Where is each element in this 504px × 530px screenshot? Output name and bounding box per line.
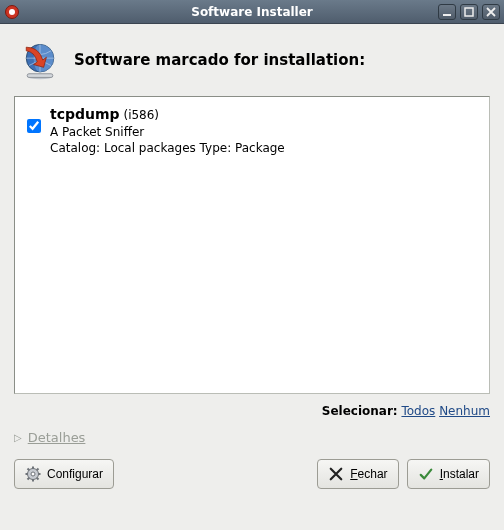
select-row: Selecionar: Todos Nenhum xyxy=(14,404,490,418)
svg-line-13 xyxy=(28,469,30,471)
close-icon xyxy=(328,466,344,482)
svg-line-16 xyxy=(28,478,30,480)
package-title-line: tcpdump (i586) xyxy=(50,105,285,124)
check-icon xyxy=(418,466,434,482)
package-item[interactable]: tcpdump (i586) A Packet Sniffer Catalog:… xyxy=(23,103,481,158)
select-label: Selecionar: xyxy=(322,404,398,418)
svg-line-14 xyxy=(37,478,39,480)
svg-line-15 xyxy=(37,469,39,471)
package-name: tcpdump xyxy=(50,106,120,122)
minimize-button[interactable] xyxy=(438,4,456,20)
svg-point-1 xyxy=(9,9,15,15)
right-buttons: Fechar Instalar xyxy=(317,459,490,489)
window-body: Software marcado for installation: tcpdu… xyxy=(0,24,504,530)
configure-label: Configurar xyxy=(47,467,103,481)
titlebar[interactable]: Software Installer xyxy=(0,0,504,24)
configure-button[interactable]: Configurar xyxy=(14,459,114,489)
app-icon xyxy=(4,4,20,20)
details-expander[interactable]: ▷ Detalhes xyxy=(14,430,490,445)
window-controls xyxy=(438,4,500,20)
globe-arrow-icon xyxy=(18,38,62,82)
package-list[interactable]: tcpdump (i586) A Packet Sniffer Catalog:… xyxy=(14,96,490,394)
install-label: Instalar xyxy=(440,467,479,481)
select-all-link[interactable]: Todos xyxy=(401,404,435,418)
svg-rect-2 xyxy=(443,14,451,16)
select-none-link[interactable]: Nenhum xyxy=(439,404,490,418)
chevron-right-icon: ▷ xyxy=(14,432,22,443)
maximize-button[interactable] xyxy=(460,4,478,20)
close-button[interactable]: Fechar xyxy=(317,459,398,489)
header: Software marcado for installation: xyxy=(14,38,490,82)
svg-rect-5 xyxy=(27,74,53,78)
button-row: Configurar Fechar Instalar xyxy=(14,459,490,489)
package-description: A Packet Sniffer xyxy=(50,124,285,140)
header-text: Software marcado for installation: xyxy=(74,51,365,69)
close-window-button[interactable] xyxy=(482,4,500,20)
package-meta: Catalog: Local packages Type: Package xyxy=(50,140,285,156)
svg-point-8 xyxy=(31,472,35,476)
package-arch: (i586) xyxy=(123,108,159,122)
package-checkbox[interactable] xyxy=(27,119,41,133)
package-texts: tcpdump (i586) A Packet Sniffer Catalog:… xyxy=(50,105,285,156)
window-title: Software Installer xyxy=(0,5,504,19)
gear-icon xyxy=(25,466,41,482)
install-button[interactable]: Instalar xyxy=(407,459,490,489)
details-label: Detalhes xyxy=(28,430,86,445)
close-label: Fechar xyxy=(350,467,387,481)
svg-rect-3 xyxy=(465,8,473,16)
